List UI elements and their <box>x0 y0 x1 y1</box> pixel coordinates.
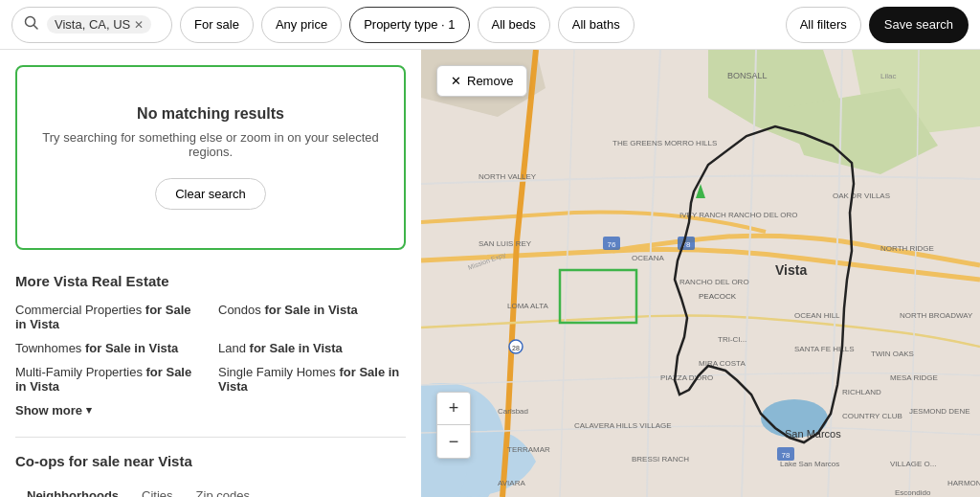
main-content: No matching results Try searching for so… <box>0 50 980 497</box>
coops-title: Co-ops for sale near Vista <box>15 453 406 469</box>
svg-text:BRESSI RANCH: BRESSI RANCH <box>632 455 689 463</box>
svg-text:MIRA COSTA: MIRA COSTA <box>699 359 746 368</box>
svg-text:MESA RIDGE: MESA RIDGE <box>890 373 938 382</box>
search-icon <box>24 15 39 34</box>
search-tag-text: Vista, CA, US <box>55 17 130 32</box>
all-filters-button[interactable]: All filters <box>786 7 861 43</box>
list-item[interactable]: Multi-Family Properties for Sale in Vist… <box>15 365 203 394</box>
tab-zip-codes[interactable]: Zip codes <box>185 483 261 497</box>
svg-text:RICHLAND: RICHLAND <box>842 388 881 396</box>
property-type-filter[interactable]: Property type · 1 <box>349 7 469 43</box>
left-panel: No matching results Try searching for so… <box>0 50 421 497</box>
remove-button[interactable]: ✕ Remove <box>436 65 527 97</box>
any-price-filter[interactable]: Any price <box>261 7 342 43</box>
svg-text:NORTH RIDGE: NORTH RIDGE <box>880 244 934 253</box>
remove-label: Remove <box>467 74 513 88</box>
tab-cities[interactable]: Cities <box>130 483 185 497</box>
svg-text:Vista: Vista <box>775 262 807 278</box>
zoom-controls: + − <box>436 392 471 459</box>
tab-neighborhoods[interactable]: Neighborhoods <box>15 483 130 497</box>
all-baths-filter[interactable]: All baths <box>558 7 635 43</box>
section-divider <box>15 437 406 438</box>
svg-text:SAN LUIS REY: SAN LUIS REY <box>479 239 532 248</box>
more-real-estate-title: More Vista Real Estate <box>15 273 406 289</box>
svg-text:NORTH BROADWAY: NORTH BROADWAY <box>900 311 973 320</box>
svg-text:Carlsbad: Carlsbad <box>498 407 528 416</box>
coops-tabs: Neighborhoods Cities Zip codes <box>15 483 406 497</box>
svg-text:Lake San Marcos: Lake San Marcos <box>780 460 839 468</box>
chevron-down-icon: ▾ <box>86 404 92 417</box>
svg-text:TERRAMAR: TERRAMAR <box>507 445 550 454</box>
search-bar[interactable]: Vista, CA, US ✕ <box>11 7 172 43</box>
no-results-box: No matching results Try searching for so… <box>15 65 406 250</box>
coops-section: Co-ops for sale near Vista Neighborhoods… <box>15 453 406 497</box>
list-item[interactable]: Single Family Homes for Sale in Vista <box>218 365 406 394</box>
map-area[interactable]: ✕ Remove <box>421 50 980 497</box>
svg-text:PEACOCK: PEACOCK <box>699 292 737 301</box>
svg-text:AVIARA: AVIARA <box>498 479 525 487</box>
svg-text:28: 28 <box>512 345 520 351</box>
svg-text:THE GREENS MORRO HILLS: THE GREENS MORRO HILLS <box>612 139 717 147</box>
svg-text:RANCHO DEL ORO: RANCHO DEL ORO <box>679 278 749 286</box>
svg-text:OAK DR VILLAS: OAK DR VILLAS <box>833 192 890 200</box>
svg-text:JESMOND DENE: JESMOND DENE <box>909 407 970 416</box>
search-tag: Vista, CA, US ✕ <box>47 15 151 34</box>
more-real-estate-links: Commercial Properties for Sale in Vista … <box>15 303 406 394</box>
svg-text:COUNTRY CLUB: COUNTRY CLUB <box>842 412 902 420</box>
svg-text:76: 76 <box>608 240 616 249</box>
svg-text:Lilac: Lilac <box>880 72 896 80</box>
svg-text:78: 78 <box>782 451 791 460</box>
remove-tag-button[interactable]: ✕ <box>134 19 144 31</box>
header: Vista, CA, US ✕ For sale Any price Prope… <box>0 0 980 50</box>
svg-text:BONSALL: BONSALL <box>727 71 768 80</box>
for-sale-filter[interactable]: For sale <box>180 7 254 43</box>
svg-text:Escondido: Escondido <box>895 488 931 497</box>
close-icon: ✕ <box>451 74 461 88</box>
map-canvas[interactable]: BONSALL Lilac THE GREENS MORRO HILLS NOR… <box>421 50 980 497</box>
svg-text:NORTH VALLEY: NORTH VALLEY <box>479 172 537 181</box>
svg-text:SANTA FE HILLS: SANTA FE HILLS <box>794 345 855 353</box>
svg-text:LOMA ALTA: LOMA ALTA <box>507 302 548 310</box>
no-results-title: No matching results <box>36 105 385 123</box>
all-beds-filter[interactable]: All beds <box>478 7 550 43</box>
list-item[interactable]: Land for Sale in Vista <box>218 341 406 355</box>
clear-search-button[interactable]: Clear search <box>155 178 266 210</box>
zoom-out-button[interactable]: − <box>437 425 470 458</box>
svg-text:OCEAN HILL: OCEAN HILL <box>794 311 840 320</box>
svg-line-1 <box>34 26 38 30</box>
svg-text:OCEANA: OCEANA <box>632 254 664 262</box>
svg-text:PIAZZA D'ORO: PIAZZA D'ORO <box>660 373 713 382</box>
more-real-estate-section: More Vista Real Estate Commercial Proper… <box>15 273 406 418</box>
more-real-estate-show-more[interactable]: Show more ▾ <box>15 403 406 418</box>
list-item[interactable]: Townhomes for Sale in Vista <box>15 341 203 355</box>
zoom-in-button[interactable]: + <box>437 393 470 425</box>
svg-text:HARMONY: HARMONY <box>947 479 980 487</box>
no-results-subtitle: Try searching for something else or zoom… <box>36 130 385 159</box>
svg-text:TWIN OAKS: TWIN OAKS <box>871 350 914 358</box>
list-item[interactable]: Condos for Sale in Vista <box>218 303 406 331</box>
svg-text:VILLAGE O...: VILLAGE O... <box>890 460 936 468</box>
save-search-button[interactable]: Save search <box>869 7 969 43</box>
list-item[interactable]: Commercial Properties for Sale in Vista <box>15 303 203 331</box>
svg-text:CALAVERA HILLS VILLAGE: CALAVERA HILLS VILLAGE <box>574 421 672 430</box>
svg-text:TRI-CI...: TRI-CI... <box>718 335 746 344</box>
svg-text:IVEY RANCH RANCHO DEL ORO: IVEY RANCH RANCHO DEL ORO <box>679 211 798 219</box>
